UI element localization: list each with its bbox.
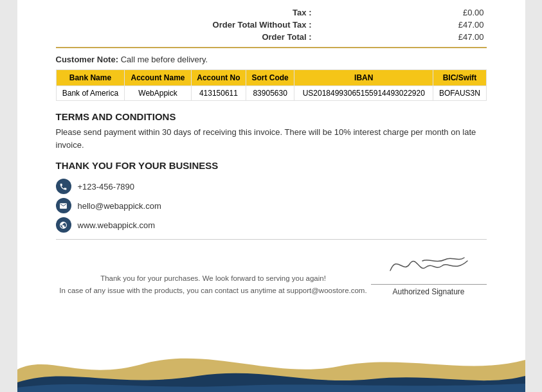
email-icon	[56, 198, 71, 213]
iban-cell: US20184993065155914493022920	[294, 86, 433, 101]
bottom-decoration	[17, 350, 525, 392]
sort-code-header: Sort Code	[246, 70, 294, 86]
bottom-svg	[17, 350, 525, 392]
tax-label: Tax :	[56, 6, 314, 19]
bic-swift-header: BIC/Swift	[433, 70, 486, 86]
bank-name-header: Bank Name	[56, 70, 125, 86]
account-name-cell: WebAppick	[125, 86, 191, 101]
order-total-label: Order Total :	[56, 31, 314, 43]
divider-line	[56, 239, 487, 240]
iban-header: IBAN	[294, 70, 433, 86]
bank-table: Bank Name Account Name Account No Sort C…	[56, 69, 487, 101]
footer-text-area: Thank you for your purchases. We look fo…	[56, 272, 371, 296]
bank-name-cell: Bank of America	[56, 86, 125, 101]
phone-svg	[59, 183, 68, 191]
thank-you: THANK YOU FOR YOUR BUSINESS	[56, 160, 487, 171]
account-name-header: Account Name	[125, 70, 191, 86]
contact-list: +123-456-7890 hello@webappick.com www.we…	[56, 179, 487, 233]
terms-body: Please send payment within 30 days of re…	[56, 126, 487, 151]
email-svg	[59, 202, 68, 210]
account-no-header: Account No	[191, 70, 246, 86]
gold-divider	[56, 47, 487, 48]
signature-area: Authorized Signature	[371, 246, 487, 296]
web-value: www.webappick.com	[78, 220, 156, 230]
order-total-value: £47.00	[314, 31, 487, 43]
signature-image	[371, 246, 487, 281]
order-without-tax-value: £47.00	[314, 19, 487, 31]
contact-phone: +123-456-7890	[56, 179, 487, 194]
tax-value: £0.00	[314, 6, 487, 19]
signature-label: Authorized Signature	[371, 287, 487, 296]
phone-value: +123-456-7890	[78, 182, 135, 192]
totals-table: Tax : £0.00 Order Total Without Tax : £4…	[56, 6, 487, 43]
invoice-page: Tax : £0.00 Order Total Without Tax : £4…	[17, 0, 525, 392]
contact-email: hello@webappick.com	[56, 198, 487, 213]
footer-line1: Thank you for your purchases. We look fo…	[56, 272, 371, 284]
customer-note-label: Customer Note:	[56, 55, 119, 64]
contact-web: www.webappick.com	[56, 217, 487, 233]
customer-note: Customer Note: Call me before delivery.	[56, 55, 487, 64]
terms-section: TERMS AND CONDITIONS Please send payment…	[17, 111, 525, 233]
bank-row: Bank of America WebAppick 413150611 8390…	[56, 86, 486, 101]
sort-code-cell: 83905630	[246, 86, 294, 101]
email-value: hello@webappick.com	[78, 201, 161, 211]
web-svg	[59, 221, 68, 229]
web-icon	[56, 217, 71, 233]
customer-note-text: Call me before delivery.	[121, 55, 208, 64]
footer-line2: In case of any issue with the products, …	[56, 285, 371, 296]
bic-swift-cell: BOFAUS3N	[433, 86, 486, 101]
footer-section: Thank you for your purchases. We look fo…	[17, 246, 525, 296]
account-no-cell: 413150611	[191, 86, 246, 101]
order-without-tax-label: Order Total Without Tax :	[56, 19, 314, 31]
signature-svg	[384, 248, 474, 280]
phone-icon	[56, 179, 71, 194]
terms-title: TERMS AND CONDITIONS	[56, 111, 487, 122]
signature-line	[371, 284, 487, 285]
